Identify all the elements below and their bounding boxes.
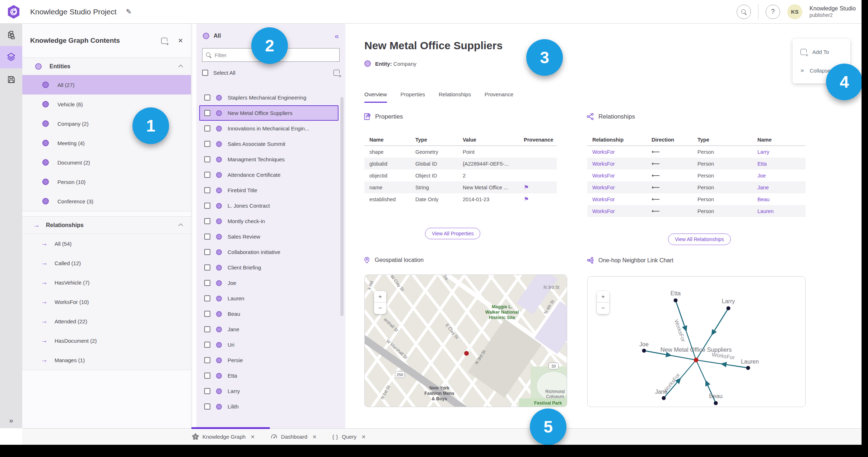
avatar[interactable]: KS (787, 4, 802, 19)
zoom-in-button[interactable]: + (374, 291, 386, 303)
graph-item-row[interactable]: Lilith (199, 399, 339, 414)
graph-item-row[interactable]: Beau (199, 306, 339, 322)
item-checkbox[interactable] (204, 110, 210, 116)
item-checkbox[interactable] (204, 203, 210, 209)
item-checkbox[interactable] (204, 311, 210, 317)
relationship-type-item[interactable]: → HasVehicle (7) (22, 273, 191, 292)
item-checkbox[interactable] (204, 264, 210, 271)
entity-link[interactable]: Lauren (752, 208, 806, 214)
relationship-link[interactable]: WorksFor (587, 173, 647, 179)
entity-link[interactable]: Etta (752, 161, 806, 167)
item-checkbox[interactable] (204, 234, 210, 240)
item-checkbox[interactable] (204, 357, 210, 363)
graph-item-row[interactable]: Uri (199, 337, 339, 352)
item-checkbox[interactable] (204, 280, 210, 286)
close-tab-icon[interactable]: ✕ (361, 434, 366, 440)
relationship-type-item[interactable]: → Manages (1) (22, 350, 191, 370)
graph-item-row[interactable]: Lauren (199, 291, 339, 306)
relationship-type-item[interactable]: → All (54) (22, 234, 191, 253)
item-checkbox[interactable] (204, 156, 210, 162)
entity-type-item[interactable]: Person (10) (22, 172, 191, 191)
center-node[interactable] (694, 358, 699, 363)
relationships-section-header[interactable]: → Relationships (22, 217, 191, 234)
graph-item-row[interactable]: Sales Review (199, 229, 339, 244)
view-all-relationships-button[interactable]: View All Relationships (668, 234, 731, 245)
zoom-in-button[interactable]: + (597, 291, 609, 303)
relationship-link[interactable]: WorksFor (587, 185, 647, 190)
rail-schema-button[interactable] (0, 24, 22, 46)
item-checkbox[interactable] (204, 342, 210, 348)
graph-item-row[interactable]: Firebird Title (199, 183, 339, 198)
graph-item-row[interactable]: Collaboration initiative (199, 244, 339, 260)
close-panel-icon[interactable]: ✕ (178, 37, 183, 45)
geospatial-map[interactable]: + − k Rd W Clay St Sa... Maggie L. Walke… (364, 274, 567, 407)
zoom-out-button[interactable]: − (597, 303, 609, 314)
rail-contents-button[interactable] (0, 46, 22, 68)
item-checkbox[interactable] (204, 172, 210, 178)
detail-tab[interactable]: Overview (364, 91, 387, 103)
user-info[interactable]: Knowledge Studio publisher2 (809, 5, 856, 19)
graph-item-row[interactable]: Joe (199, 275, 339, 291)
detail-tab[interactable]: Relationships (439, 91, 471, 103)
graph-item-row[interactable]: Staplers Mechanical Engineering (199, 90, 339, 105)
graph-item-row[interactable]: Montly check-in (199, 213, 339, 229)
relationship-link[interactable]: WorksFor (587, 208, 647, 214)
expand-rail-icon[interactable]: » (0, 416, 22, 425)
relationship-type-item[interactable]: → Attended (22) (22, 311, 191, 331)
graph-item-row[interactable]: Jane (199, 322, 339, 337)
provenance-flag-icon[interactable]: ⚑ (524, 184, 529, 190)
graph-item-row[interactable]: Sales Associate Summit (199, 136, 339, 152)
item-checkbox[interactable] (204, 94, 210, 101)
graph-item-row[interactable]: Innovations in Mechanical Engin... (199, 121, 339, 136)
item-checkbox[interactable] (204, 125, 210, 131)
item-checkbox[interactable] (204, 388, 210, 394)
tab-query[interactable]: { } Query ✕ (332, 434, 366, 440)
entity-link[interactable]: Beau (752, 197, 806, 202)
graph-item-row[interactable]: Larry (199, 383, 339, 399)
entity-type-item[interactable]: Vehicle (6) (22, 94, 191, 114)
detail-tab[interactable]: Properties (401, 91, 425, 103)
tab-dashboard[interactable]: Dashboard ✕ (271, 433, 317, 440)
add-to-button[interactable]: Add To (793, 42, 850, 61)
add-content-icon[interactable] (161, 38, 167, 44)
item-checkbox[interactable] (204, 295, 210, 301)
relationship-type-item[interactable]: → WorksFor (10) (22, 292, 191, 311)
add-item-icon[interactable] (333, 70, 340, 76)
provenance-flag-icon[interactable]: ⚑ (524, 196, 529, 202)
collapse-panel-icon[interactable]: « (335, 32, 339, 40)
chevron-up-icon[interactable] (178, 65, 183, 69)
close-tab-icon[interactable]: ✕ (251, 434, 255, 440)
detail-tab[interactable]: Provenance (485, 91, 513, 103)
graph-item-row[interactable]: Managment Techniques (199, 152, 339, 167)
chevron-up-icon[interactable] (178, 223, 183, 228)
entity-type-item[interactable]: Document (2) (22, 153, 191, 172)
relationship-link[interactable]: WorksFor (587, 161, 647, 167)
item-checkbox[interactable] (204, 403, 210, 410)
item-checkbox[interactable] (204, 249, 210, 255)
graph-item-row[interactable]: Etta (199, 368, 339, 383)
view-all-properties-button[interactable]: View All Properties (425, 228, 480, 239)
entity-link[interactable]: Jane (752, 185, 806, 190)
entity-type-item[interactable]: Conference (3) (22, 191, 191, 211)
item-checkbox[interactable] (204, 373, 210, 379)
graph-item-row[interactable]: L. Jones Contract (199, 198, 339, 213)
item-checkbox[interactable] (204, 326, 210, 332)
graph-item-row[interactable]: New Metal Office Suppliers (199, 105, 339, 121)
zoom-out-button[interactable]: − (374, 303, 386, 314)
entities-section-header[interactable]: Entities (22, 58, 191, 75)
close-tab-icon[interactable]: ✕ (312, 434, 317, 440)
entity-link[interactable]: Joe (752, 173, 806, 179)
graph-item-row[interactable]: Attendance Certificate (199, 167, 339, 183)
entity-link[interactable]: Larry (752, 149, 806, 155)
search-button[interactable] (737, 5, 751, 19)
entity-type-item[interactable]: All (27) (22, 75, 191, 94)
relationship-link[interactable]: WorksFor (587, 197, 647, 202)
edit-title-icon[interactable]: ✎ (126, 8, 132, 16)
relationship-type-item[interactable]: → HasDocument (2) (22, 331, 191, 350)
graph-item-row[interactable]: Client Briefing (199, 260, 339, 275)
item-checkbox[interactable] (204, 187, 210, 193)
tab-knowledge-graph[interactable]: Knowledge Graph ✕ (192, 433, 255, 440)
graph-item-row[interactable]: Persie (199, 352, 339, 368)
link-chart[interactable]: + − (587, 276, 806, 407)
item-checkbox[interactable] (204, 218, 210, 224)
